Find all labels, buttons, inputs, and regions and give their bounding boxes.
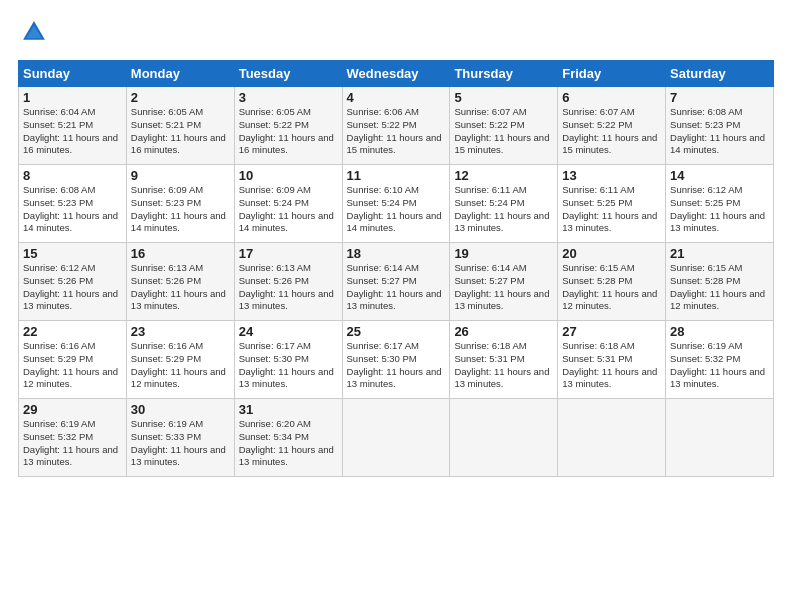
weekday-header-sunday: Sunday (19, 61, 127, 87)
calendar-table: SundayMondayTuesdayWednesdayThursdayFrid… (18, 60, 774, 477)
calendar-day-12: 12 Sunrise: 6:11 AMSunset: 5:24 PMDaylig… (450, 165, 558, 243)
calendar-day-1: 1 Sunrise: 6:04 AMSunset: 5:21 PMDayligh… (19, 87, 127, 165)
calendar-day-10: 10 Sunrise: 6:09 AMSunset: 5:24 PMDaylig… (234, 165, 342, 243)
calendar-week-2: 8 Sunrise: 6:08 AMSunset: 5:23 PMDayligh… (19, 165, 774, 243)
day-number: 1 (23, 90, 122, 105)
calendar-day-11: 11 Sunrise: 6:10 AMSunset: 5:24 PMDaylig… (342, 165, 450, 243)
calendar-day-6: 6 Sunrise: 6:07 AMSunset: 5:22 PMDayligh… (558, 87, 666, 165)
calendar-header-row: SundayMondayTuesdayWednesdayThursdayFrid… (19, 61, 774, 87)
day-info: Sunrise: 6:11 AMSunset: 5:25 PMDaylight:… (562, 184, 657, 233)
header (18, 18, 774, 50)
day-number: 19 (454, 246, 553, 261)
weekday-header-monday: Monday (126, 61, 234, 87)
calendar-day-4: 4 Sunrise: 6:06 AMSunset: 5:22 PMDayligh… (342, 87, 450, 165)
calendar-day-24: 24 Sunrise: 6:17 AMSunset: 5:30 PMDaylig… (234, 321, 342, 399)
day-number: 7 (670, 90, 769, 105)
calendar-day-9: 9 Sunrise: 6:09 AMSunset: 5:23 PMDayligh… (126, 165, 234, 243)
day-number: 21 (670, 246, 769, 261)
day-number: 8 (23, 168, 122, 183)
day-number: 16 (131, 246, 230, 261)
empty-cell (666, 399, 774, 477)
day-number: 31 (239, 402, 338, 417)
day-info: Sunrise: 6:13 AMSunset: 5:26 PMDaylight:… (239, 262, 334, 311)
day-number: 17 (239, 246, 338, 261)
day-number: 25 (347, 324, 446, 339)
day-info: Sunrise: 6:11 AMSunset: 5:24 PMDaylight:… (454, 184, 549, 233)
empty-cell (558, 399, 666, 477)
calendar-day-16: 16 Sunrise: 6:13 AMSunset: 5:26 PMDaylig… (126, 243, 234, 321)
calendar-day-21: 21 Sunrise: 6:15 AMSunset: 5:28 PMDaylig… (666, 243, 774, 321)
day-info: Sunrise: 6:13 AMSunset: 5:26 PMDaylight:… (131, 262, 226, 311)
day-info: Sunrise: 6:06 AMSunset: 5:22 PMDaylight:… (347, 106, 442, 155)
calendar-day-14: 14 Sunrise: 6:12 AMSunset: 5:25 PMDaylig… (666, 165, 774, 243)
day-info: Sunrise: 6:19 AMSunset: 5:32 PMDaylight:… (670, 340, 765, 389)
day-info: Sunrise: 6:09 AMSunset: 5:24 PMDaylight:… (239, 184, 334, 233)
day-number: 28 (670, 324, 769, 339)
logo (18, 18, 48, 50)
calendar-day-7: 7 Sunrise: 6:08 AMSunset: 5:23 PMDayligh… (666, 87, 774, 165)
day-number: 20 (562, 246, 661, 261)
day-number: 22 (23, 324, 122, 339)
day-info: Sunrise: 6:17 AMSunset: 5:30 PMDaylight:… (347, 340, 442, 389)
day-number: 9 (131, 168, 230, 183)
day-info: Sunrise: 6:16 AMSunset: 5:29 PMDaylight:… (131, 340, 226, 389)
day-info: Sunrise: 6:16 AMSunset: 5:29 PMDaylight:… (23, 340, 118, 389)
calendar-day-5: 5 Sunrise: 6:07 AMSunset: 5:22 PMDayligh… (450, 87, 558, 165)
calendar-day-31: 31 Sunrise: 6:20 AMSunset: 5:34 PMDaylig… (234, 399, 342, 477)
weekday-header-wednesday: Wednesday (342, 61, 450, 87)
day-info: Sunrise: 6:20 AMSunset: 5:34 PMDaylight:… (239, 418, 334, 467)
calendar-body: 1 Sunrise: 6:04 AMSunset: 5:21 PMDayligh… (19, 87, 774, 477)
calendar-day-19: 19 Sunrise: 6:14 AMSunset: 5:27 PMDaylig… (450, 243, 558, 321)
day-number: 13 (562, 168, 661, 183)
day-info: Sunrise: 6:10 AMSunset: 5:24 PMDaylight:… (347, 184, 442, 233)
day-number: 12 (454, 168, 553, 183)
day-number: 3 (239, 90, 338, 105)
day-number: 5 (454, 90, 553, 105)
calendar-day-22: 22 Sunrise: 6:16 AMSunset: 5:29 PMDaylig… (19, 321, 127, 399)
calendar-week-1: 1 Sunrise: 6:04 AMSunset: 5:21 PMDayligh… (19, 87, 774, 165)
calendar-day-2: 2 Sunrise: 6:05 AMSunset: 5:21 PMDayligh… (126, 87, 234, 165)
day-number: 10 (239, 168, 338, 183)
day-info: Sunrise: 6:18 AMSunset: 5:31 PMDaylight:… (454, 340, 549, 389)
calendar-week-5: 29 Sunrise: 6:19 AMSunset: 5:32 PMDaylig… (19, 399, 774, 477)
logo-icon (20, 18, 48, 46)
weekday-header-friday: Friday (558, 61, 666, 87)
page: SundayMondayTuesdayWednesdayThursdayFrid… (0, 0, 792, 612)
empty-cell (342, 399, 450, 477)
day-info: Sunrise: 6:15 AMSunset: 5:28 PMDaylight:… (562, 262, 657, 311)
calendar-day-15: 15 Sunrise: 6:12 AMSunset: 5:26 PMDaylig… (19, 243, 127, 321)
calendar-day-23: 23 Sunrise: 6:16 AMSunset: 5:29 PMDaylig… (126, 321, 234, 399)
empty-cell (450, 399, 558, 477)
calendar-day-3: 3 Sunrise: 6:05 AMSunset: 5:22 PMDayligh… (234, 87, 342, 165)
day-number: 26 (454, 324, 553, 339)
weekday-header-saturday: Saturday (666, 61, 774, 87)
day-info: Sunrise: 6:14 AMSunset: 5:27 PMDaylight:… (454, 262, 549, 311)
calendar-day-25: 25 Sunrise: 6:17 AMSunset: 5:30 PMDaylig… (342, 321, 450, 399)
calendar-day-27: 27 Sunrise: 6:18 AMSunset: 5:31 PMDaylig… (558, 321, 666, 399)
day-info: Sunrise: 6:17 AMSunset: 5:30 PMDaylight:… (239, 340, 334, 389)
day-number: 14 (670, 168, 769, 183)
day-info: Sunrise: 6:19 AMSunset: 5:33 PMDaylight:… (131, 418, 226, 467)
day-info: Sunrise: 6:14 AMSunset: 5:27 PMDaylight:… (347, 262, 442, 311)
day-number: 15 (23, 246, 122, 261)
calendar-week-3: 15 Sunrise: 6:12 AMSunset: 5:26 PMDaylig… (19, 243, 774, 321)
day-info: Sunrise: 6:12 AMSunset: 5:25 PMDaylight:… (670, 184, 765, 233)
calendar-day-28: 28 Sunrise: 6:19 AMSunset: 5:32 PMDaylig… (666, 321, 774, 399)
day-info: Sunrise: 6:08 AMSunset: 5:23 PMDaylight:… (23, 184, 118, 233)
day-info: Sunrise: 6:19 AMSunset: 5:32 PMDaylight:… (23, 418, 118, 467)
day-number: 23 (131, 324, 230, 339)
calendar-week-4: 22 Sunrise: 6:16 AMSunset: 5:29 PMDaylig… (19, 321, 774, 399)
weekday-header-tuesday: Tuesday (234, 61, 342, 87)
day-info: Sunrise: 6:05 AMSunset: 5:21 PMDaylight:… (131, 106, 226, 155)
day-info: Sunrise: 6:05 AMSunset: 5:22 PMDaylight:… (239, 106, 334, 155)
calendar-day-13: 13 Sunrise: 6:11 AMSunset: 5:25 PMDaylig… (558, 165, 666, 243)
day-info: Sunrise: 6:08 AMSunset: 5:23 PMDaylight:… (670, 106, 765, 155)
day-number: 24 (239, 324, 338, 339)
day-number: 4 (347, 90, 446, 105)
calendar-day-18: 18 Sunrise: 6:14 AMSunset: 5:27 PMDaylig… (342, 243, 450, 321)
calendar-day-8: 8 Sunrise: 6:08 AMSunset: 5:23 PMDayligh… (19, 165, 127, 243)
day-info: Sunrise: 6:09 AMSunset: 5:23 PMDaylight:… (131, 184, 226, 233)
day-info: Sunrise: 6:04 AMSunset: 5:21 PMDaylight:… (23, 106, 118, 155)
calendar-day-20: 20 Sunrise: 6:15 AMSunset: 5:28 PMDaylig… (558, 243, 666, 321)
day-number: 11 (347, 168, 446, 183)
